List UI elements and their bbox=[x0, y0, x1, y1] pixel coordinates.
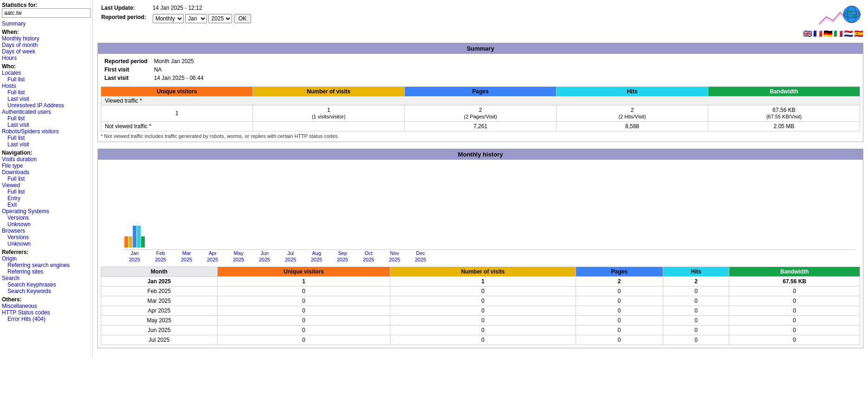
sidebar-item-misc[interactable]: Miscellaneous bbox=[2, 303, 91, 309]
bar-bar-cyan bbox=[137, 226, 141, 248]
chart-col-jan bbox=[123, 226, 146, 248]
sidebar-item-robots[interactable]: Robots/Spiders visitors bbox=[2, 128, 91, 135]
chart-label-nov[interactable]: Nov2025 bbox=[383, 250, 406, 263]
sidebar-item-downloads-full[interactable]: Full list bbox=[7, 176, 91, 182]
chart-label-sep[interactable]: Sep2025 bbox=[331, 250, 354, 263]
sidebar-item-hosts-full[interactable]: Full list bbox=[7, 89, 91, 96]
th-pages: Pages bbox=[405, 87, 557, 97]
flag-de[interactable]: 🇩🇪 bbox=[823, 29, 833, 38]
sidebar-item-locales-full[interactable]: Full list bbox=[7, 76, 91, 83]
sidebar-item-error-hits[interactable]: Error Hits (404) bbox=[7, 316, 91, 322]
cell-month: Mar 2025 bbox=[101, 296, 218, 306]
flag-nl[interactable]: 🇳🇱 bbox=[844, 29, 853, 38]
sidebar-nav-header: Navigation: bbox=[2, 150, 91, 156]
chart-area: Jan2025Feb2025Mar2025Apr2025May2025Jun20… bbox=[101, 163, 860, 263]
bar-group-jan bbox=[124, 226, 145, 248]
sidebar-item-os-versions[interactable]: Versions bbox=[7, 215, 91, 221]
sidebar-item-search[interactable]: Search bbox=[2, 275, 91, 281]
cell-hits: 0 bbox=[663, 335, 729, 345]
sidebar-item-summary[interactable]: Summary bbox=[2, 20, 91, 27]
month-select[interactable]: Jan Feb Mar Apr May Jun Jul Aug Sep Oct … bbox=[185, 14, 207, 23]
sidebar-item-locales[interactable]: Locales bbox=[2, 70, 91, 76]
flag-es[interactable]: 🇪🇸 bbox=[854, 29, 863, 38]
sidebar-who-header: Who: bbox=[2, 63, 91, 70]
chart-label-feb[interactable]: Feb2025 bbox=[149, 250, 172, 263]
chart-label-mar[interactable]: Mar2025 bbox=[175, 250, 198, 263]
summary-viewed-row: Viewed traffic * bbox=[101, 97, 860, 105]
sidebar-item-search-keyphrases[interactable]: Search Keyphrases bbox=[7, 281, 91, 288]
sidebar-item-viewed-entry[interactable]: Entry bbox=[7, 195, 91, 202]
sidebar-item-hosts-unresolved[interactable]: Unresolved IP Address bbox=[7, 102, 91, 109]
sidebar-item-robots-last[interactable]: Last visit bbox=[7, 141, 91, 148]
cell-bw: 0 bbox=[729, 306, 860, 316]
sidebar-item-visits-duration[interactable]: Visits duration bbox=[2, 156, 91, 163]
sidebar-item-days-of-week[interactable]: Days of week bbox=[2, 48, 91, 55]
sidebar-item-hours[interactable]: Hours bbox=[2, 55, 91, 61]
cell-visits: 0 bbox=[390, 326, 576, 335]
cell-bw: 0 bbox=[729, 335, 860, 345]
chart-label-apr[interactable]: Apr2025 bbox=[201, 250, 224, 263]
chart-label-dec[interactable]: Dec2025 bbox=[409, 250, 432, 263]
sidebar-item-ref-search[interactable]: Referring search engines bbox=[7, 262, 91, 268]
cell-bw: 67.56 KB bbox=[729, 277, 860, 287]
sidebar-item-viewed[interactable]: Viewed bbox=[2, 182, 91, 189]
sidebar-item-origin[interactable]: Origin bbox=[2, 255, 91, 262]
table-row: Jun 202500000 bbox=[101, 326, 860, 335]
period-select[interactable]: Monthly Daily Weekly bbox=[153, 14, 184, 23]
sidebar-item-downloads[interactable]: Downloads bbox=[2, 169, 91, 176]
period-controls: Monthly Daily Weekly Jan Feb Mar Apr May… bbox=[150, 13, 254, 24]
th-col-hits: Hits bbox=[663, 267, 729, 277]
table-row: Feb 202500000 bbox=[101, 287, 860, 296]
sidebar-item-auth-full[interactable]: Full list bbox=[7, 115, 91, 122]
summary-stats-table: Unique visitors Number of visits Pages H… bbox=[101, 86, 860, 131]
chart-label-jan[interactable]: Jan2025 bbox=[123, 250, 146, 263]
cell-visits: 0 bbox=[390, 316, 576, 326]
cell-pages: 0 bbox=[576, 287, 663, 296]
chart-label-may[interactable]: May2025 bbox=[227, 250, 250, 263]
sidebar-item-hosts[interactable]: Hosts bbox=[2, 83, 91, 89]
chart-label-aug[interactable]: Aug2025 bbox=[305, 250, 328, 263]
page-header: Last Update: 14 Jan 2025 - 12:12 Reporte… bbox=[97, 3, 863, 38]
monthly-history-body: Jan2025Feb2025Mar2025Apr2025May2025Jun20… bbox=[98, 160, 863, 348]
table-row: Jan 2025112267.56 KB bbox=[101, 277, 860, 287]
th-unique: Unique visitors bbox=[101, 87, 253, 97]
sidebar-item-auth-last[interactable]: Last visit bbox=[7, 122, 91, 128]
sidebar-item-http-status[interactable]: HTTP Status codes bbox=[2, 309, 91, 316]
cell-bw: 0 bbox=[729, 326, 860, 335]
flag-it[interactable]: 🇮🇹 bbox=[834, 29, 843, 38]
cell-unique: 1 bbox=[217, 277, 390, 287]
sidebar-item-os-unknown[interactable]: Unknown bbox=[7, 221, 91, 228]
sidebar-item-viewed-full[interactable]: Full list bbox=[7, 189, 91, 195]
sidebar-item-days-of-month[interactable]: Days of month bbox=[2, 42, 91, 48]
flag-gb[interactable]: 🇬🇧 bbox=[803, 29, 812, 38]
lv-label: Last visit bbox=[102, 74, 150, 82]
sidebar-item-browsers-versions[interactable]: Versions bbox=[7, 234, 91, 241]
chart-label-jun[interactable]: Jun2025 bbox=[253, 250, 276, 263]
monthly-data-table: Month Unique visitors Number of visits P… bbox=[101, 267, 860, 345]
sidebar-item-hosts-last[interactable]: Last visit bbox=[7, 96, 91, 102]
th-col-month: Month bbox=[101, 267, 218, 277]
sidebar-item-monthly-history[interactable]: Monthly history bbox=[2, 35, 91, 42]
cell-unique: 0 bbox=[217, 306, 390, 316]
sidebar-item-os[interactable]: Operating Systems bbox=[2, 208, 91, 215]
ok-button[interactable]: OK bbox=[234, 14, 251, 23]
year-select[interactable]: 2023 2024 2025 bbox=[208, 14, 232, 23]
chart-label-jul[interactable]: Jul2025 bbox=[279, 250, 302, 263]
sidebar-item-viewed-exit[interactable]: Exit bbox=[7, 202, 91, 208]
viewed-label: Viewed traffic * bbox=[101, 97, 860, 105]
cell-pages: 2 bbox=[576, 277, 663, 287]
sidebar-item-robots-full[interactable]: Full list bbox=[7, 135, 91, 141]
sidebar-item-search-keywords[interactable]: Search Keywords bbox=[7, 288, 91, 294]
sidebar-item-file-type[interactable]: File type bbox=[2, 163, 91, 169]
sidebar-item-browsers[interactable]: Browsers bbox=[2, 228, 91, 234]
cell-visits: 1 bbox=[390, 277, 576, 287]
sidebar-item-browsers-unknown[interactable]: Unknown bbox=[7, 241, 91, 247]
chart-label-oct[interactable]: Oct2025 bbox=[357, 250, 380, 263]
sidebar-item-auth-users[interactable]: Authenticated users bbox=[2, 109, 91, 115]
cell-visits: 0 bbox=[390, 335, 576, 345]
sidebar-item-ref-sites[interactable]: Referring sites bbox=[7, 268, 91, 275]
bar-bar-blue bbox=[133, 226, 136, 248]
not-viewed-hits: 8,588 bbox=[557, 122, 708, 131]
cell-pages: 0 bbox=[576, 316, 663, 326]
flag-fr[interactable]: 🇫🇷 bbox=[813, 29, 823, 38]
